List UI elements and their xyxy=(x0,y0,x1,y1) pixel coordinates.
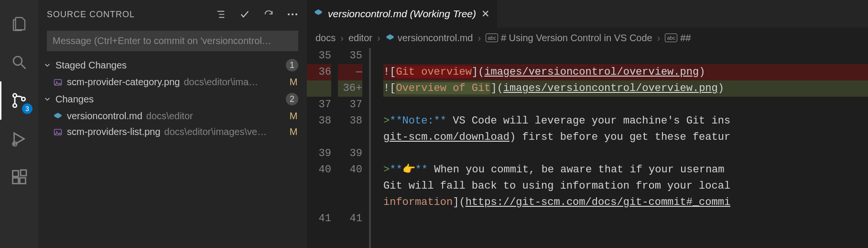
more-icon[interactable] xyxy=(287,9,298,20)
changes-count: 2 xyxy=(286,93,298,105)
tab-bar: versioncontrol.md (Working Tree) ✕ xyxy=(307,0,868,28)
file-status-modified: M xyxy=(289,111,298,122)
debug-icon xyxy=(11,130,28,147)
breadcrumb-item[interactable]: editor xyxy=(348,33,372,44)
code-line: git-scm.com/download) first before you g… xyxy=(383,129,868,146)
section-label: Changes xyxy=(55,94,94,105)
staged-changes-header[interactable]: Staged Changes 1 xyxy=(38,56,307,74)
changed-file-row[interactable]: versioncontrol.md docs\editor M xyxy=(38,108,307,124)
svg-rect-7 xyxy=(13,178,19,184)
svg-point-4 xyxy=(22,97,25,101)
code-line: >**👉** When you commit, be aware that if… xyxy=(383,162,868,178)
file-status-modified: M xyxy=(289,77,298,88)
svg-point-11 xyxy=(292,13,293,15)
view-tree-icon[interactable] xyxy=(215,9,227,20)
breadcrumb-item[interactable]: # Using Version Control in VS Code xyxy=(501,33,652,44)
commit-message-input[interactable] xyxy=(47,31,298,51)
svg-point-2 xyxy=(13,94,17,98)
breadcrumb-item[interactable]: versioncontrol.md xyxy=(398,33,473,44)
code-line-removed: ![Git overview](images/versioncontrol/ov… xyxy=(383,64,868,80)
staged-count: 1 xyxy=(286,59,298,71)
breadcrumb-item[interactable]: docs xyxy=(315,33,336,44)
code-line: >**Note:** VS Code will leverage your ma… xyxy=(383,113,868,129)
file-path: docs\editor\ima… xyxy=(184,77,285,88)
code-line-added: ![Overview of Git](images/versioncontrol… xyxy=(383,80,868,97)
file-status-modified: M xyxy=(289,126,298,137)
chevron-down-icon xyxy=(43,61,53,69)
chevron-right-icon: › xyxy=(657,33,661,44)
staged-file-row[interactable]: scm-provider-category.png docs\editor\im… xyxy=(38,74,307,90)
gutter-original: 35 36 37 38 39 40 41 xyxy=(307,48,338,248)
file-path: docs\editor xyxy=(146,111,285,122)
svg-rect-6 xyxy=(13,171,19,177)
code-line: information](https://git-scm.com/docs/gi… xyxy=(383,194,868,211)
changed-file-row[interactable]: scm-providers-list.png docs\editor\image… xyxy=(38,124,307,140)
svg-line-1 xyxy=(22,65,26,69)
editor-tab[interactable]: versioncontrol.md (Working Tree) ✕ xyxy=(307,0,497,28)
gutter-modified: 35 — 36+ 37 38 39 40 41 xyxy=(338,48,369,248)
sidebar-actions xyxy=(215,9,298,20)
symbol-string-icon: abc xyxy=(665,34,677,42)
file-name: scm-providers-list.png xyxy=(67,126,161,137)
section-label: Staged Changes xyxy=(55,60,127,71)
markdown-icon xyxy=(385,33,395,43)
code-line: Git will fall back to using information … xyxy=(383,178,868,194)
svg-point-3 xyxy=(13,104,17,108)
code-line xyxy=(383,211,868,227)
code-line xyxy=(383,146,868,162)
file-name: versioncontrol.md xyxy=(67,111,142,122)
svg-rect-9 xyxy=(21,170,26,176)
changes-header[interactable]: Changes 2 xyxy=(38,90,307,108)
activity-explorer[interactable] xyxy=(0,5,38,43)
diff-editor[interactable]: 35 36 37 38 39 40 41 35 — 36+ 37 38 39 4… xyxy=(307,48,868,248)
editor-area: versioncontrol.md (Working Tree) ✕ docs … xyxy=(307,0,868,248)
symbol-string-icon: abc xyxy=(486,34,498,42)
file-path: docs\editor\images\ve… xyxy=(164,126,285,137)
svg-point-0 xyxy=(13,56,22,65)
activity-scm[interactable]: 3 xyxy=(0,81,38,120)
files-icon xyxy=(11,15,28,33)
breadcrumb[interactable]: docs › editor › versioncontrol.md › abc … xyxy=(307,28,868,48)
scm-badge: 3 xyxy=(22,103,33,114)
chevron-right-icon: › xyxy=(477,33,481,44)
code-line xyxy=(383,48,868,64)
breadcrumb-item[interactable]: ## xyxy=(680,33,691,44)
activity-search[interactable] xyxy=(0,43,38,81)
extensions-icon xyxy=(11,169,28,186)
chevron-down-icon xyxy=(43,95,53,103)
markdown-icon xyxy=(53,111,63,122)
image-icon xyxy=(53,127,63,137)
sidebar-title: SOURCE CONTROL xyxy=(47,10,135,20)
svg-rect-8 xyxy=(20,178,26,184)
close-icon[interactable]: ✕ xyxy=(481,8,490,20)
activity-run-debug[interactable] xyxy=(0,120,38,158)
file-name: scm-provider-category.png xyxy=(67,77,180,88)
activity-extensions[interactable] xyxy=(0,158,38,196)
image-icon xyxy=(53,77,63,88)
source-control-sidebar: SOURCE CONTROL Staged Changes 1 scm xyxy=(38,0,307,248)
refresh-icon[interactable] xyxy=(263,9,274,20)
markdown-icon xyxy=(314,8,323,20)
svg-point-12 xyxy=(295,13,297,15)
svg-point-10 xyxy=(288,13,290,15)
code-content[interactable]: ![Git overview](images/versioncontrol/ov… xyxy=(369,48,868,248)
chevron-right-icon: › xyxy=(340,33,344,44)
chevron-right-icon: › xyxy=(377,33,380,44)
code-line xyxy=(383,97,868,113)
activity-bar: 3 xyxy=(0,0,38,248)
sidebar-header: SOURCE CONTROL xyxy=(38,0,307,29)
search-icon xyxy=(11,54,28,71)
tab-title: versioncontrol.md (Working Tree) xyxy=(328,8,476,20)
commit-icon[interactable] xyxy=(239,9,250,20)
